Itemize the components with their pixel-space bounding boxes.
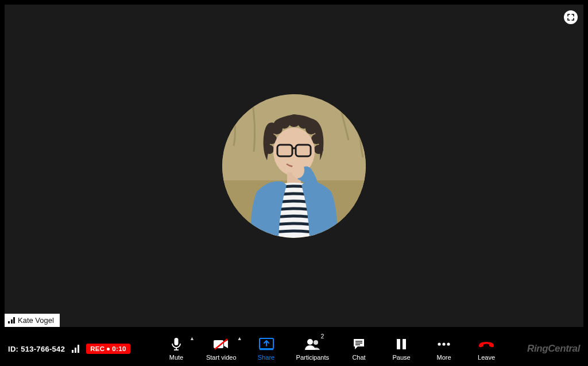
share-screen-icon (259, 338, 274, 350)
svg-point-7 (305, 123, 317, 134)
chat-icon (353, 338, 365, 350)
participant-name-tag: Kate Vogel (5, 314, 60, 327)
pause-icon (396, 338, 407, 350)
leave-label: Leave (478, 354, 495, 361)
share-button[interactable]: Share (254, 337, 279, 361)
svg-point-5 (288, 114, 300, 127)
participants-count: 2 (321, 333, 324, 340)
chat-button[interactable]: Chat (346, 337, 372, 361)
participants-icon (304, 338, 320, 350)
meeting-id: ID: 513-766-542 (8, 345, 65, 353)
svg-point-32 (438, 342, 440, 345)
chevron-up-icon[interactable]: ▲ (237, 336, 242, 341)
brand-logo: RingCentral (505, 343, 580, 355)
chat-label: Chat (352, 354, 365, 361)
more-icon (437, 342, 451, 346)
rec-label: REC (90, 345, 105, 352)
mute-button[interactable]: ▲ Mute (164, 337, 189, 361)
microphone-icon (171, 337, 182, 351)
participant-avatar (222, 94, 366, 238)
meeting-toolbar: ID: 513-766-542 REC 0:10 ▲ Mute ▲ (0, 332, 588, 366)
recording-badge[interactable]: REC 0:10 (86, 344, 130, 354)
participant-name-label: Kate Vogel (18, 316, 54, 325)
start-video-button[interactable]: ▲ Start video (206, 337, 237, 361)
toolbar-center: ▲ Mute ▲ Start video (157, 337, 505, 361)
svg-point-34 (447, 342, 450, 345)
participants-label: Participants (296, 354, 329, 361)
share-label: Share (258, 354, 274, 361)
start-video-label: Start video (206, 354, 237, 361)
mute-label: Mute (169, 354, 183, 361)
svg-point-25 (307, 339, 313, 345)
svg-point-33 (442, 342, 445, 345)
svg-rect-30 (397, 339, 400, 349)
fullscreen-button[interactable] (564, 10, 578, 24)
svg-point-11 (314, 145, 323, 154)
rec-dot-icon (107, 348, 110, 350)
chevron-up-icon[interactable]: ▲ (189, 336, 195, 341)
participants-button[interactable]: 2 Participants (296, 337, 329, 361)
more-button[interactable]: More (431, 337, 457, 361)
hangup-icon (478, 340, 495, 348)
video-area: Kate Vogel (5, 5, 583, 327)
rec-time: 0:10 (112, 345, 126, 352)
svg-rect-31 (403, 339, 406, 349)
leave-button[interactable]: Leave (474, 337, 499, 361)
toolbar-left: ID: 513-766-542 REC 0:10 (8, 344, 157, 354)
svg-point-10 (265, 145, 274, 154)
svg-point-17 (292, 162, 304, 178)
signal-icon (8, 317, 15, 323)
svg-point-26 (314, 340, 318, 345)
svg-rect-18 (174, 338, 178, 345)
more-label: More (437, 354, 451, 361)
signal-strength-icon[interactable] (72, 345, 79, 353)
pause-button[interactable]: Pause (389, 337, 414, 361)
pause-label: Pause (392, 354, 410, 361)
video-off-icon (213, 338, 229, 350)
expand-icon (567, 14, 574, 21)
